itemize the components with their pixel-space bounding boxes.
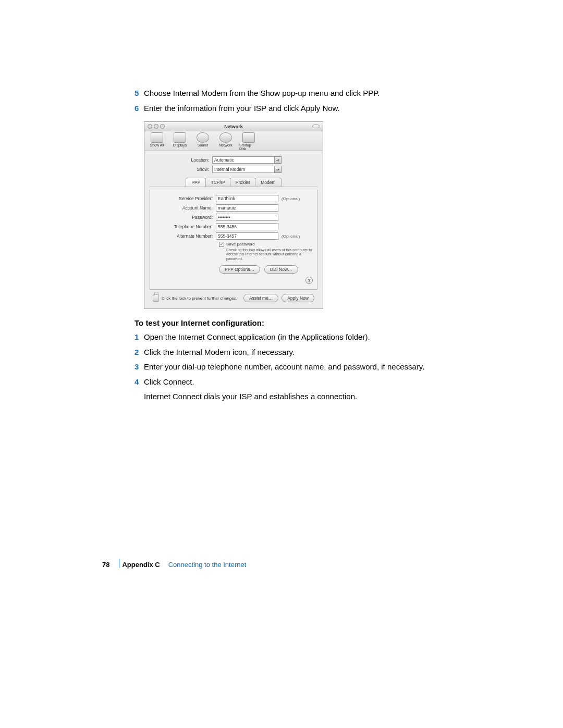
appendix-label: Appendix C [122, 561, 160, 569]
chevron-updown-icon[interactable]: ▴▾ [275, 166, 282, 173]
lock-icon[interactable] [153, 294, 159, 302]
step-2: 2 Click the Internal Modem icon, if nece… [134, 347, 458, 359]
network-icon [219, 132, 232, 143]
toolbar-network[interactable]: Network [216, 132, 235, 147]
window-footer: Click the lock to prevent further change… [150, 290, 317, 306]
appendix-title: Connecting to the Internet [168, 561, 247, 569]
step-4: 4 Click Connect. [134, 376, 458, 388]
show-select[interactable]: Internal Modem [212, 166, 275, 173]
window-title: Network [144, 124, 323, 129]
location-select[interactable]: Automatic [212, 156, 275, 164]
toolbar-displays[interactable]: Displays [170, 132, 189, 147]
step-1: 1 Open the Internet Connect application … [134, 331, 458, 343]
tab-tcpip[interactable]: TCP/IP [205, 178, 230, 187]
telephone-row: Telephone Number: 555-3456 [153, 223, 314, 230]
save-password-hint: Checking this box allows all users of th… [226, 248, 314, 261]
tab-proxies[interactable]: Proxies [230, 178, 256, 187]
chevron-updown-icon[interactable]: ▴▾ [275, 156, 282, 164]
step-number: 5 [134, 88, 144, 100]
lock-text: Click the lock to prevent further change… [162, 296, 237, 301]
account-name-input[interactable]: mariaruiz [216, 204, 278, 212]
assist-me-button[interactable]: Assist me… [243, 294, 278, 302]
step-text: Choose Internal Modem from the Show pop-… [144, 88, 458, 100]
sound-icon [197, 132, 209, 143]
tab-bar: PPP TCP/IP Proxies Modem [150, 178, 317, 187]
step-number: 6 [134, 103, 144, 115]
window-titlebar: Network [144, 122, 323, 131]
page-number: 78 [102, 561, 109, 569]
closing-paragraph: Internet Connect dials your ISP and esta… [144, 391, 458, 403]
step-text: Enter the information from your ISP and … [144, 103, 458, 115]
save-password-label: Save password [226, 242, 255, 246]
ppp-button-row: PPP Options… Dial Now… [219, 265, 314, 274]
toolbar-show-all[interactable]: Show All [148, 132, 166, 147]
show-all-icon [151, 132, 163, 143]
tab-ppp[interactable]: PPP [186, 178, 206, 187]
ppp-tab-content: Service Provider: Earthlink (Optional) A… [150, 190, 317, 290]
alternate-row: Alternate Number: 555-3457 (Optional) [153, 232, 314, 240]
account-name-row: Account Name: mariaruiz [153, 204, 314, 212]
network-prefs-window: Network Show All Displays Sound Network [144, 121, 323, 309]
toolbar-sound[interactable]: Sound [193, 132, 212, 147]
page-footer: 78 Appendix C Connecting to the Internet [102, 561, 246, 569]
step-5: 5 Choose Internal Modem from the Show po… [134, 88, 458, 100]
prefs-toolbar: Show All Displays Sound Network Startup … [144, 131, 323, 151]
service-provider-row: Service Provider: Earthlink (Optional) [153, 195, 314, 202]
alternate-input[interactable]: 555-3457 [216, 232, 278, 240]
startup-disk-icon [242, 132, 255, 143]
step-3: 3 Enter your dial-up telephone number, a… [134, 361, 458, 373]
toolbar-startup-disk[interactable]: Startup Disk [239, 132, 258, 151]
step-6: 6 Enter the information from your ISP an… [134, 103, 458, 115]
save-password-checkbox[interactable]: ✓ [219, 242, 224, 247]
password-input[interactable]: •••••••• [216, 214, 278, 221]
show-label: Show: [150, 167, 212, 172]
tab-modem[interactable]: Modem [255, 178, 281, 187]
location-row: Location: Automatic ▴▾ [150, 156, 317, 164]
help-button[interactable]: ? [305, 277, 313, 284]
save-password-row[interactable]: ✓ Save password [219, 242, 314, 247]
displays-icon [174, 132, 186, 143]
footer-separator [119, 559, 119, 568]
location-label: Location: [150, 157, 212, 163]
toolbar-toggle-pill[interactable] [312, 125, 320, 128]
dial-now-button[interactable]: Dial Now… [264, 265, 298, 274]
ppp-options-button[interactable]: PPP Options… [219, 265, 260, 274]
test-config-heading: To test your Internet configuration: [134, 318, 458, 327]
telephone-input[interactable]: 555-3456 [216, 223, 278, 230]
apply-now-button[interactable]: Apply Now [282, 294, 314, 302]
prefs-panel: Location: Automatic ▴▾ Show: Internal Mo… [144, 151, 323, 309]
service-provider-input[interactable]: Earthlink [216, 195, 278, 202]
show-row: Show: Internal Modem ▴▾ [150, 166, 317, 173]
password-row: Password: •••••••• [153, 214, 314, 221]
page-content: 5 Choose Internal Modem from the Show po… [134, 88, 458, 406]
